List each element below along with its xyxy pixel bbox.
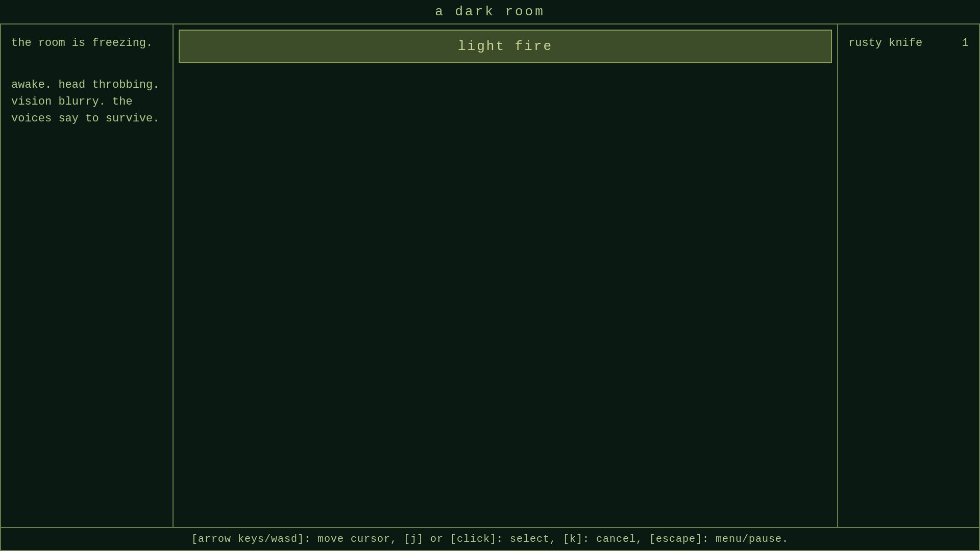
status-bar: [arrow keys/wasd]: move cursor, [j] or [… <box>0 528 980 551</box>
inventory-item-count: 1 <box>962 35 969 52</box>
narrative-line-2 <box>11 56 162 72</box>
narrative-line-3: awake. head throbbing. vision blurry. th… <box>11 77 162 127</box>
center-empty-area <box>174 68 837 527</box>
inventory-item-name: rusty knife <box>848 35 922 52</box>
narrative-line-1: the room is freezing. <box>11 35 162 52</box>
inventory-panel: rusty knife 1 <box>837 23 980 528</box>
action-panel: light fire <box>174 23 837 528</box>
narrative-panel: the room is freezing. awake. head throbb… <box>0 23 174 528</box>
inventory-item-rusty-knife: rusty knife 1 <box>848 35 969 52</box>
main-content: the room is freezing. awake. head throbb… <box>0 23 980 528</box>
light-fire-button[interactable]: light fire <box>179 30 832 63</box>
game-title: a dark room <box>0 0 980 23</box>
